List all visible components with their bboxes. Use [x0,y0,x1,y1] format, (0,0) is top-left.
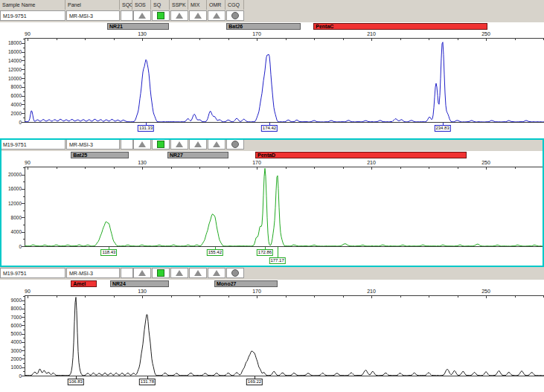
y-tick-label: 2000 [1,356,22,362]
baseline [25,246,544,247]
y-tick-label: 2000 [1,111,22,116]
peak-size-label[interactable]: 131.78 [139,379,156,385]
electropherogram-panel-2[interactable]: M19-9751 MR-MSI-3 Bat25NR27PentaD9013017… [0,138,544,267]
marker-bar-bat26[interactable]: Bat26 [226,23,301,30]
sample-row[interactable]: M19-9751 MR-MSI-3 [0,10,544,23]
sample-name-cell[interactable]: M19-9751 [0,268,65,278]
circle-flag-icon [231,141,239,148]
panel-name-cell[interactable]: MR-MSI-3 [66,268,120,278]
x-tick-label: 250 [481,289,490,294]
y-tick-label: 12000 [1,201,22,206]
flag-cell-mix[interactable] [189,139,207,150]
x-tick-label: 130 [138,160,147,165]
flag-cell-sos[interactable] [133,10,151,21]
peak-size-label[interactable]: 177.17 [269,257,285,264]
header-cell-cgq[interactable]: CGQ [225,0,244,10]
triangle-flag-icon [138,13,146,19]
flag-cell-omr[interactable] [208,10,225,21]
x-tick-label: 210 [367,160,376,165]
flag-cell-sspk[interactable] [170,10,188,21]
samples-table-header: Sample NamePanelSQOSOSSQSSPKMIXOMRCGQ [0,0,544,10]
triangle-flag-icon [176,13,183,19]
y-tick-label: 20000 [1,172,22,177]
marker-bar-nr21[interactable]: NR21 [107,23,169,30]
electropherogram-panel-3[interactable]: M19-9751 MR-MSI-3 AmelNR24Mono2790130170… [0,267,544,392]
header-cell-sspk[interactable]: SSPK [170,0,188,10]
y-tick-label: 1000 [1,364,22,370]
flag-cell-omr[interactable] [208,139,225,150]
electropherogram-panel-1[interactable]: M19-9751 MR-MSI-3 NR21Bat26PentaC9013017… [0,10,544,138]
marker-bar-pentac[interactable]: PentaC [313,23,487,30]
peak-label-connector [278,247,278,257]
y-tick-label: 3000 [1,348,22,353]
header-cell-omr[interactable]: OMR [207,0,225,10]
sample-name-cell[interactable]: M19-9751 [0,10,65,21]
flag-cell-sq[interactable] [152,10,170,21]
sample-name-cell[interactable]: M19-9751 [0,139,65,150]
flag-cell-sspk[interactable] [170,268,188,278]
header-cell-sos[interactable]: SOS [132,0,151,10]
flag-cell-sqo[interactable] [121,139,133,150]
sample-row[interactable]: M19-9751 MR-MSI-3 [0,267,544,280]
flag-cell-sqo[interactable] [121,10,133,21]
flag-cell-mix[interactable] [189,268,207,278]
x-tick-label: 90 [25,160,31,165]
peak-size-label[interactable]: 106.83 [68,379,84,385]
panel-name-cell[interactable]: MR-MSI-3 [66,10,120,21]
flag-cell-cgq[interactable] [226,10,244,21]
flag-cell-mix[interactable] [189,10,207,21]
peak-size-label[interactable]: 172.86 [257,249,273,256]
x-tick-label: 130 [138,289,147,294]
flag-cell-omr[interactable] [208,268,225,278]
trace-svg [25,167,544,246]
header-cell-panel[interactable]: Panel [65,0,120,10]
flag-cell-sos[interactable] [133,139,151,150]
peak-size-label[interactable]: 118.43 [101,249,118,256]
marker-bar-nr27[interactable]: NR27 [167,152,228,158]
trace-chart-blue[interactable]: NR21Bat26PentaC9013017021025002000400060… [0,22,544,138]
triangle-flag-icon [176,270,183,276]
trace-chart-green[interactable]: Bat25NR27PentaD9013017021025004000800012… [0,151,544,267]
marker-bar-amel[interactable]: Amel [71,280,97,287]
y-tick-label: 8000 [1,84,22,89]
y-tick-label: 18000 [1,40,22,45]
flag-cell-cgq[interactable] [226,268,244,278]
x-tick-label: 170 [252,31,261,36]
flag-cell-sq[interactable] [152,139,170,150]
flag-cell-cgq[interactable] [226,139,244,150]
peak-size-label[interactable]: 234.83 [434,125,450,132]
y-tick-label: 10000 [1,76,22,81]
triangle-flag-icon [176,141,183,147]
triangle-flag-icon [194,270,202,276]
marker-bar-bat25[interactable]: Bat25 [71,152,129,158]
marker-bar-mono27[interactable]: Mono27 [214,280,278,287]
triangle-flag-icon [194,141,202,147]
y-tick-label: 7000 [1,315,22,320]
peak-size-label[interactable]: 155.42 [207,249,223,256]
peak-size-label[interactable]: 169.22 [246,379,263,385]
circle-flag-icon [231,269,239,277]
peak-size-label[interactable]: 131.33 [138,125,154,132]
flag-cell-sspk[interactable] [170,139,188,150]
flag-cell-sq[interactable] [152,268,170,278]
trace-svg [25,296,544,376]
header-cell-sqo[interactable]: SQO [120,0,132,10]
marker-bar-nr24[interactable]: NR24 [110,280,169,287]
flag-cell-sqo[interactable] [121,268,133,278]
triangle-flag-icon [138,141,146,147]
square-flag-icon [157,141,164,148]
header-cell-mix[interactable]: MIX [188,0,207,10]
y-tick-label: 8000 [1,215,22,220]
header-cell-sq[interactable]: SQ [151,0,170,10]
trace-chart-black[interactable]: AmelNR24Mono2790130170210250010002000300… [0,280,544,392]
square-flag-icon [157,12,164,19]
panel-name-cell[interactable]: MR-MSI-3 [66,139,120,150]
sample-row[interactable]: M19-9751 MR-MSI-3 [0,138,544,152]
flag-cell-sos[interactable] [133,268,151,278]
header-cell-sample-name[interactable]: Sample Name [0,0,65,10]
trace-svg [25,39,544,122]
peak-size-label[interactable]: 174.42 [261,125,278,132]
baseline [25,376,544,376]
marker-bar-pentad[interactable]: PentaD [255,152,467,158]
x-tick-label: 130 [138,31,147,36]
